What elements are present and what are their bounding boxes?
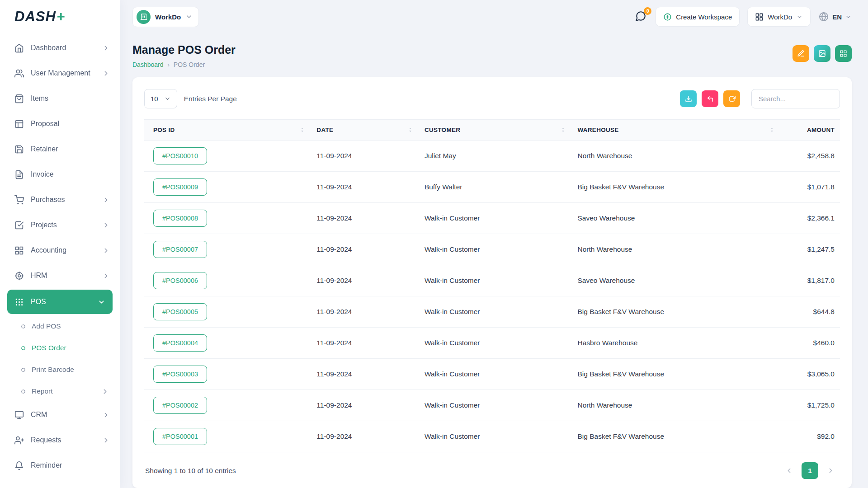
warehouse-cell: North Warehouse — [572, 234, 781, 265]
grid-view-button[interactable] — [835, 45, 852, 62]
column-header-warehouse[interactable]: WAREHOUSE — [572, 120, 781, 141]
sidebar-item-label: Reminder — [31, 461, 62, 469]
sidebar-subitem-print-barcode[interactable]: Print Barcode — [0, 359, 120, 380]
column-header-date[interactable]: DATE — [311, 120, 419, 141]
date-cell: 11-09-2024 — [311, 390, 419, 421]
chevron-right-icon — [102, 247, 110, 254]
sidebar-subitem-report[interactable]: Report — [0, 380, 120, 402]
customer-cell: Buffy Walter — [419, 172, 572, 203]
messages-button[interactable]: 0 — [635, 10, 648, 23]
sidebar-item-projects[interactable]: Projects — [0, 212, 120, 238]
sidebar-item-items[interactable]: Items — [0, 86, 120, 111]
sidebar-item-crm[interactable]: CRM — [0, 402, 120, 427]
date-cell: 11-09-2024 — [311, 359, 419, 390]
sidebar-item-reminder[interactable]: Reminder — [0, 453, 120, 478]
pos-id-link[interactable]: #POS00009 — [153, 178, 207, 196]
column-header-customer[interactable]: CUSTOMER — [419, 120, 572, 141]
sidebar-item-label: Items — [31, 94, 48, 103]
warehouse-cell: Big Basket F&V Warehouse — [572, 359, 781, 390]
search-input[interactable] — [751, 89, 840, 108]
table-row: #POS00005 11-09-2024 Walk-in Customer Bi… — [144, 296, 840, 328]
pos-id-link[interactable]: #POS00007 — [153, 241, 207, 258]
sidebar-item-purchases[interactable]: Purchases — [0, 187, 120, 212]
breadcrumb-dashboard-link[interactable]: Dashboard — [132, 61, 164, 68]
next-page-button[interactable] — [822, 462, 839, 479]
chevron-down-icon — [98, 298, 105, 306]
pos-id-link[interactable]: #POS00004 — [153, 334, 207, 352]
sidebar-item-invoice[interactable]: Invoice — [0, 162, 120, 187]
layout-icon — [14, 119, 24, 129]
monitor-icon — [14, 410, 24, 420]
sidebar-item-retainer[interactable]: Retainer — [0, 136, 120, 162]
sidebar-item-requests[interactable]: Requests — [0, 427, 120, 453]
pos-screen-button[interactable] — [814, 45, 830, 62]
column-label: AMOUNT — [807, 127, 835, 133]
pos-id-link[interactable]: #POS00005 — [153, 303, 207, 320]
sidebar-item-label: Projects — [31, 221, 57, 229]
column-header-amount[interactable]: AMOUNT — [781, 120, 840, 141]
pos-id-link[interactable]: #POS00006 — [153, 272, 207, 289]
sidebar-subitem-label: POS Order — [32, 344, 66, 352]
sidebar-item-accounting[interactable]: Accounting — [0, 238, 120, 263]
table-header-row: POS ID DATE CUSTOMER WAREHOUSE — [144, 120, 840, 141]
customer-cell: Walk-in Customer — [419, 390, 572, 421]
breadcrumb: Dashboard › POS Order — [132, 61, 236, 68]
workspace-selector[interactable]: WorkDo — [132, 7, 199, 27]
language-label: EN — [832, 13, 842, 21]
export-download-button[interactable] — [680, 90, 697, 107]
title-block: Manage POS Order Dashboard › POS Order — [132, 43, 236, 68]
app-logo[interactable]: DASH+ — [0, 0, 120, 33]
sidebar-item-dashboard[interactable]: Dashboard — [0, 35, 120, 61]
pos-id-link[interactable]: #POS00010 — [153, 147, 207, 164]
chevron-right-icon — [102, 70, 110, 77]
undo-button[interactable] — [702, 90, 718, 107]
sidebar-item-hrm[interactable]: HRM — [0, 263, 120, 288]
entries-per-page-select[interactable]: 10 — [144, 89, 177, 108]
home-icon — [14, 43, 24, 53]
sidebar-item-user-management[interactable]: User Management — [0, 61, 120, 86]
pos-id-link[interactable]: #POS00001 — [153, 428, 207, 445]
customer-cell: Walk-in Customer — [419, 234, 572, 265]
grid-icon — [14, 246, 24, 255]
pos-id-link[interactable]: #POS00003 — [153, 366, 207, 383]
logo-text: DASH — [14, 9, 56, 25]
pos-id-link[interactable]: #POS00002 — [153, 397, 207, 414]
sidebar-subitem-add-pos[interactable]: Add POS — [0, 315, 120, 337]
chevron-down-icon — [845, 14, 852, 20]
language-selector[interactable]: EN — [818, 11, 852, 22]
sidebar-subitem-pos-order[interactable]: POS Order — [0, 337, 120, 359]
download-icon — [685, 95, 692, 103]
sidebar-subitem-label: Report — [32, 387, 53, 395]
users-icon — [14, 69, 24, 78]
customer-cell: Walk-in Customer — [419, 421, 572, 452]
edit-action-button[interactable] — [793, 45, 809, 62]
sort-icon — [769, 127, 775, 133]
sidebar-item-proposal[interactable]: Proposal — [0, 111, 120, 136]
sidebar-subitem-label: Print Barcode — [32, 366, 74, 374]
sidebar-item-label: Retainer — [31, 145, 58, 153]
previous-page-button[interactable] — [781, 462, 797, 479]
main-area: WorkDo 0 Create Workspace WorkDo EN — [120, 0, 868, 488]
pos-orders-card: 10 Entries Per Page — [132, 77, 852, 488]
customer-cell: Juliet May — [419, 141, 572, 172]
sidebar-item-label: Dashboard — [31, 44, 66, 52]
workdo-menu-button[interactable]: WorkDo — [747, 7, 811, 27]
refresh-button[interactable] — [723, 90, 740, 107]
column-header-pos-id[interactable]: POS ID — [144, 120, 311, 141]
chevron-left-icon — [785, 467, 793, 474]
customer-cell: Walk-in Customer — [419, 359, 572, 390]
page-number-current[interactable]: 1 — [802, 462, 818, 479]
page-actions — [793, 45, 852, 62]
table-row: #POS00003 11-09-2024 Walk-in Customer Bi… — [144, 359, 840, 390]
circle-icon — [21, 367, 26, 372]
undo-icon — [707, 95, 714, 103]
amount-cell: $1,725.0 — [781, 390, 840, 421]
pos-id-link[interactable]: #POS00008 — [153, 210, 207, 227]
sidebar-nav: Dashboard User Management Items Proposal… — [0, 33, 120, 478]
date-cell: 11-09-2024 — [311, 296, 419, 328]
create-workspace-button[interactable]: Create Workspace — [656, 7, 740, 27]
create-workspace-label: Create Workspace — [676, 13, 732, 21]
sidebar-item-pos[interactable]: POS — [7, 290, 113, 314]
sort-icon — [299, 127, 306, 133]
messages-badge: 0 — [644, 7, 651, 15]
